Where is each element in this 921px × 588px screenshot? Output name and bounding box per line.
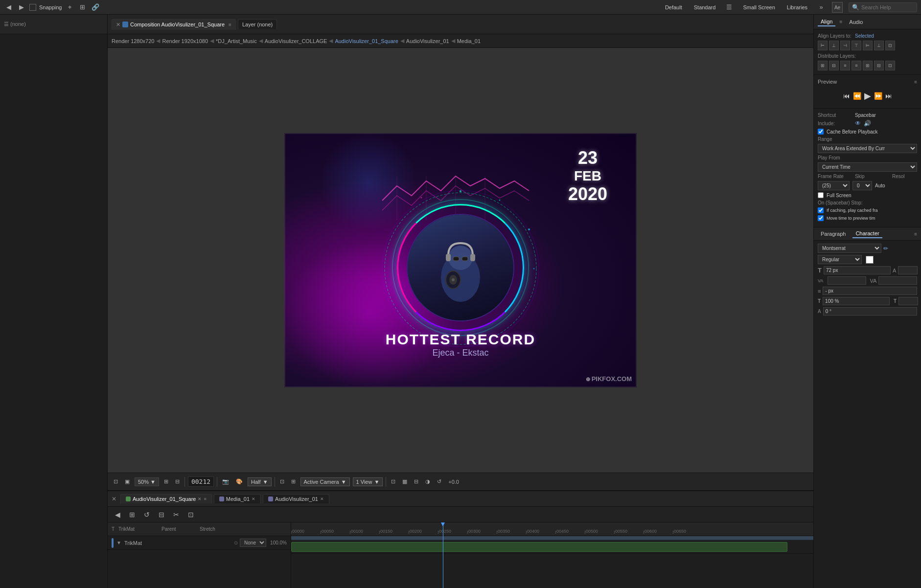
libraries-btn[interactable]: Libraries <box>784 3 810 11</box>
kerning-input[interactable] <box>878 276 917 285</box>
snapshot-btn[interactable]: 📷 <box>220 477 231 486</box>
tl-tool2-btn[interactable]: ↺ <box>141 509 153 520</box>
audio-tab[interactable]: Audio <box>846 18 866 26</box>
font-size-input[interactable] <box>824 266 891 274</box>
camera-dropdown[interactable]: Active Camera ▼ <box>300 477 350 486</box>
tl-tool4-btn[interactable]: ✂ <box>170 509 182 520</box>
tl-tool5-btn[interactable]: ⊡ <box>185 509 197 520</box>
tl-layer-expand-btn[interactable]: ▼ <box>116 540 121 545</box>
quality-dropdown[interactable]: Half ▼ <box>248 477 271 486</box>
color-btn[interactable]: 🎨 <box>234 477 245 486</box>
next-frame-btn[interactable]: ⏩ <box>874 92 882 100</box>
skip-to-end-btn[interactable]: ⏭ <box>885 92 892 100</box>
align-tab[interactable]: Align <box>818 18 835 26</box>
tl-tool1-btn[interactable]: ⊞ <box>126 509 138 520</box>
workspace-default-btn[interactable]: Default <box>662 3 685 11</box>
eye-icon[interactable]: 👁 <box>855 120 861 127</box>
dist-h3-btn[interactable]: ⊞ <box>863 61 873 70</box>
indent-input[interactable] <box>823 287 917 295</box>
tl-tab-av01-close[interactable]: ✕ <box>320 497 324 501</box>
prev-frame-btn[interactable]: ⏪ <box>853 92 861 100</box>
breadcrumb-media01[interactable]: Media_01 <box>457 38 481 44</box>
channels-btn[interactable]: ◑ <box>423 477 432 486</box>
expand-icon[interactable]: ⊞ <box>78 2 88 12</box>
layer-tab[interactable]: Layer (none) <box>238 19 277 29</box>
tl-tab-media01[interactable]: Media_01 ✕ <box>214 494 261 503</box>
grid-btn[interactable]: ⊟ <box>173 477 182 486</box>
breadcrumb-square[interactable]: AudioVisulizer_01_Square <box>335 38 398 44</box>
rotate-input[interactable] <box>823 307 917 316</box>
tl-tab-square[interactable]: AudioVisulizer_01_Square ✕ ≡ <box>120 494 212 503</box>
range-dropdown[interactable]: Work Area Extended By Curr <box>818 144 917 153</box>
current-time-dropdown[interactable]: Current Time <box>818 162 917 172</box>
caching-checkbox[interactable] <box>818 207 824 213</box>
close-panel-btn[interactable]: ✕ <box>112 496 116 502</box>
back-btn[interactable]: ◀ <box>4 2 14 12</box>
char-menu-icon[interactable]: ≡ <box>914 231 917 237</box>
align-center-v-btn[interactable]: ⊨ <box>863 41 873 50</box>
timecode-display[interactable]: 00212 <box>188 476 214 487</box>
dist-v3-btn[interactable]: ⊟ <box>874 61 884 70</box>
dist-v2-btn[interactable]: ≡ <box>852 61 861 70</box>
breadcrumb-render1080[interactable]: Render 1920x1080 <box>162 38 208 44</box>
tl-tool3-btn[interactable]: ⊟ <box>156 509 167 520</box>
link-icon[interactable]: 🔗 <box>91 2 100 12</box>
tab-menu-icon[interactable]: ≡ <box>229 22 231 27</box>
align-center-h-btn[interactable]: ⊥ <box>829 41 839 50</box>
align-top-btn[interactable]: ⊤ <box>852 41 861 50</box>
comp-layer-btn[interactable]: ⊡ <box>278 477 286 486</box>
character-tab[interactable]: Character <box>852 229 882 238</box>
small-screen-btn[interactable]: Small Screen <box>740 3 778 11</box>
font-edit-icon[interactable]: ✏ <box>883 245 888 252</box>
comp-flow-btn[interactable]: ⊞ <box>289 477 298 486</box>
dist-h2-btn[interactable]: ≡ <box>840 61 850 70</box>
tl-hide-panel-btn[interactable]: ◀ <box>112 509 123 520</box>
fit-to-frame-btn[interactable]: ⊞ <box>162 477 170 486</box>
frame-rate-dropdown[interactable]: (25) <box>818 181 850 190</box>
tl-playhead[interactable] <box>443 522 443 588</box>
snapping-icon[interactable]: ⌖ <box>65 2 75 12</box>
h-scale-input[interactable] <box>823 297 890 305</box>
grid-overlay-btn[interactable]: ⊟ <box>412 477 420 486</box>
font-autok-input[interactable] <box>898 266 918 274</box>
search-help-area[interactable]: 🔍 <box>849 2 917 12</box>
workspace-settings-icon[interactable]: ☰ <box>724 2 734 12</box>
play-btn[interactable]: ▶ <box>864 90 871 101</box>
align-bottom-btn[interactable]: ⊥ <box>874 41 884 50</box>
search-help-input[interactable] <box>861 4 910 10</box>
paragraph-tab[interactable]: Paragraph <box>818 230 849 238</box>
cache-checkbox[interactable] <box>818 129 824 135</box>
close-tab-icon[interactable]: ✕ <box>116 22 120 28</box>
forward-btn[interactable]: ▶ <box>17 2 26 12</box>
tl-tab-square-close[interactable]: ✕ <box>198 497 202 501</box>
full-screen-checkbox[interactable] <box>818 192 824 198</box>
breadcrumb-av01[interactable]: AudioVisulizer_01 <box>406 38 449 44</box>
view-dropdown[interactable]: 1 View ▼ <box>353 477 383 486</box>
breadcrumb-render720[interactable]: Render 1280x720 <box>112 38 154 44</box>
v-scale-input[interactable] <box>898 297 918 305</box>
extend-icon[interactable]: » <box>816 2 826 12</box>
skip-dropdown[interactable]: 0 <box>852 181 872 190</box>
workspace-standard-btn[interactable]: Standard <box>691 3 719 11</box>
composition-tab[interactable]: ✕ Composition AudioVisulizer_01_Square ≡ <box>112 19 236 30</box>
font-style-select[interactable]: Regular <box>818 255 862 264</box>
tl-tab-media01-close[interactable]: ✕ <box>252 497 255 501</box>
align-right-btn[interactable]: ⊣ <box>840 41 850 50</box>
tl-tab-av01[interactable]: AudioVisulizer_01 ✕ <box>263 494 329 503</box>
safe-area-btn[interactable]: ▦ <box>400 477 409 486</box>
font-color-swatch[interactable] <box>866 256 874 264</box>
preview-menu-icon[interactable]: ≡ <box>914 79 917 85</box>
tracking-input[interactable] <box>828 276 866 285</box>
tl-parent-select[interactable]: None <box>240 539 266 547</box>
breadcrumb-dj[interactable]: *DJ_Artist_Music <box>216 38 257 44</box>
region-of-interest-btn[interactable]: ⊡ <box>112 477 120 486</box>
dist-extra-btn[interactable]: ⊡ <box>885 61 895 70</box>
skip-to-start-btn[interactable]: ⏮ <box>843 92 850 100</box>
align-menu-icon[interactable]: ≡ <box>839 19 842 24</box>
toggle-transparency-btn[interactable]: ▣ <box>123 477 132 486</box>
align-left-btn[interactable]: ⊢ <box>818 41 828 50</box>
roi-btn2[interactable]: ⊡ <box>389 477 397 486</box>
dist-h-btn[interactable]: ⊞ <box>818 61 828 70</box>
move-time-checkbox[interactable] <box>818 215 824 221</box>
tl-tab-menu-icon[interactable]: ≡ <box>204 497 206 501</box>
